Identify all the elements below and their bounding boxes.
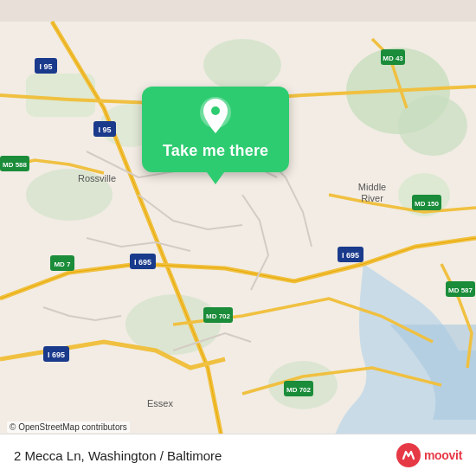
svg-text:I 695: I 695: [342, 251, 359, 260]
svg-text:I 95: I 95: [39, 62, 52, 71]
svg-text:MD 7: MD 7: [54, 261, 71, 268]
svg-text:MD 702: MD 702: [206, 312, 231, 320]
card-tail: [207, 172, 224, 184]
moovit-logo-text: moovit: [424, 448, 462, 462]
svg-text:Essex: Essex: [147, 398, 173, 408]
svg-point-6: [203, 39, 281, 91]
svg-text:MD 587: MD 587: [448, 286, 473, 294]
svg-text:I 695: I 695: [134, 258, 151, 267]
svg-text:River: River: [361, 193, 383, 203]
svg-point-42: [211, 106, 220, 115]
svg-text:Middle: Middle: [358, 182, 386, 192]
location-pin-icon: [198, 99, 233, 133]
take-me-there-button[interactable]: Take me there: [163, 142, 268, 160]
svg-text:MD 150: MD 150: [415, 200, 440, 208]
bottom-bar: 2 Mecca Ln, Washington / Baltimore moovi…: [0, 434, 476, 476]
svg-text:MD 43: MD 43: [383, 55, 403, 62]
moovit-logo: moovit: [396, 443, 462, 467]
address-label: 2 Mecca Ln, Washington / Baltimore: [14, 448, 222, 463]
svg-point-2: [398, 95, 467, 156]
pin-card: Take me there: [142, 87, 289, 184]
svg-text:MD 588: MD 588: [3, 161, 28, 169]
svg-text:I 95: I 95: [98, 125, 111, 134]
moovit-logo-icon: [396, 443, 421, 467]
svg-text:MD 702: MD 702: [286, 386, 312, 394]
map-container: I 95 I 95 I 695 I 695 I 695 MD 7 MD 7 MD…: [0, 0, 476, 476]
svg-text:I 695: I 695: [48, 351, 65, 359]
map-attribution: © OpenStreetMap contributors: [7, 421, 130, 433]
map-background: I 95 I 95 I 695 I 695 I 695 MD 7 MD 7 MD…: [0, 0, 476, 476]
svg-text:Rossville: Rossville: [78, 173, 116, 183]
action-card: Take me there: [142, 87, 289, 172]
